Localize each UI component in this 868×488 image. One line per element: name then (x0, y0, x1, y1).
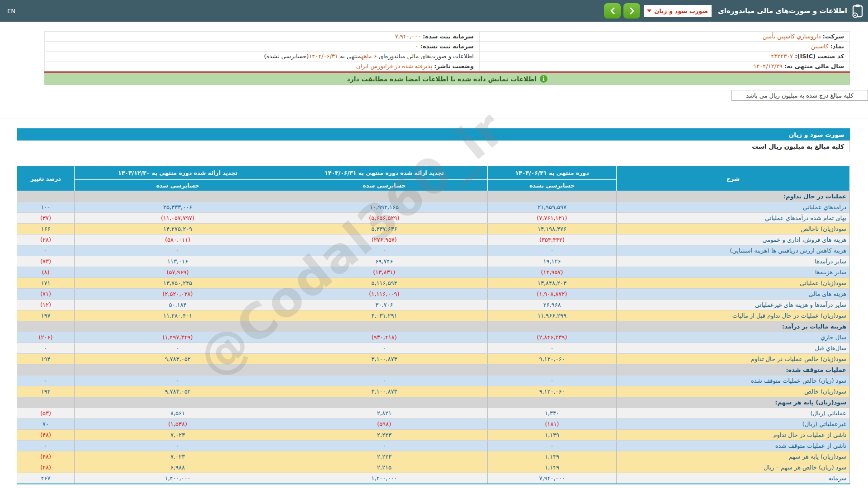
cell-prior-year: (۱۱,۰۵۷,۷۹۷) (75, 213, 281, 224)
clipboard-icon (852, 4, 863, 18)
table-row: سود (زیان) خالص عملیات متوقف شده۰۰۰۰ (17, 375, 850, 386)
row-label: هزینه مالیات بر درآمد: (617, 321, 850, 332)
cell-current: (۳۵۴,۴۴۲) (487, 235, 617, 245)
cell-change-percent: (۵۳) (17, 408, 75, 419)
statement-select-value: صورت سود و زیان (654, 8, 708, 14)
company-info-table: شرکت: داروسازي کاسپین تأمین سرمایه ثبت ش… (44, 31, 850, 71)
period-text-1: اطلاعات و صورت‌های مالی میاندوره‌ای (377, 53, 474, 60)
cell-current: ۱,۱۴۹ (487, 430, 617, 441)
company-value: داروسازي کاسپین تأمین (763, 33, 821, 40)
period-text-2: منتهی به (338, 53, 361, 60)
cell-current: ۲۶,۹۶۸ (487, 300, 617, 310)
cell-prior-mid: (۱۳,۸۳۱) (281, 267, 487, 278)
cell-prior-mid: ۱۰,۹۹۴,۱۶۵ (281, 202, 487, 213)
info-row-fiscal: سال مالی منتهی به: ۱۴۰۴/۱۲/۲۹ وضعیت ناشر… (45, 61, 850, 71)
cell-change-percent: ۰ (17, 245, 75, 256)
table-row: سود(زیان) خالص۹,۱۲۰,۰۶۰۳,۱۰۰,۸۷۳۹,۷۸۳,۰۵… (17, 386, 850, 397)
cell-prior-year: ۱۴,۲۷۵,۲۰۹ (75, 224, 281, 235)
top-bar: اطلاعات و صورت‌های مالی میاندوره‌ای صورت… (0, 0, 868, 22)
cell-change-percent: ۱۹۴ (17, 386, 75, 397)
table-row: ناشي از عملیات متوقف شده۰۰۰۰ (17, 441, 850, 451)
cell-prior-mid: ۰ (281, 245, 487, 256)
prev-statement-button[interactable] (604, 3, 621, 19)
cell-change-percent: ۱۶۶ (17, 224, 75, 235)
header-audit-status-mid: حسابرسی شده (281, 180, 487, 191)
row-label: سود(زیان) پایه هر سهم: (617, 397, 850, 408)
statement-select[interactable]: صورت سود و زیان (644, 5, 712, 17)
row-label: سود(زیان) خالص عملیات در حال تداوم (617, 354, 850, 365)
table-row: درآمدهاي عملیاتي۲۱,۹۵۹,۵۹۷۱۰,۹۹۴,۱۶۵۲۵,۳… (17, 202, 850, 213)
cell-change-percent: (۷۳) (17, 256, 75, 267)
cell-current: ۱,۱۴۹ (487, 451, 617, 462)
cell-prior-mid: (۵,۶۵۶,۵۲۹) (281, 213, 487, 224)
cell-prior-year: (۵۷,۹۶۹) (75, 267, 281, 278)
row-label: ناشي از عملیات در حال تداوم (617, 430, 850, 441)
row-label: هزینه کاهش ارزش دریافتني ها (هزینه استثن… (617, 245, 850, 256)
period-months: ۶ ماهه (361, 53, 377, 60)
info-icon: i (540, 75, 547, 83)
cell-change-percent: (۸) (17, 267, 75, 278)
cell-prior-year: (۲,۵۲۰,۰۲۸) (75, 289, 281, 300)
cell-prior-year: (۵۸۰,۰۱۱) (75, 235, 281, 245)
cell-prior-year: ۵۰,۱۸۴ (75, 300, 281, 310)
cell-prior-year: (۱,۵۳۸) (75, 419, 281, 430)
cell-prior-year (75, 191, 281, 202)
row-label: بهای تمام شده درآمدهاي عملیاتي (617, 213, 850, 224)
cell-prior-mid (281, 321, 487, 332)
row-label: سود(زیان) عملیات در حال تداوم قبل از مال… (617, 310, 850, 321)
symbol-label: نماد: (830, 43, 844, 50)
income-statement-body: عملیات در حال تداوم:درآمدهاي عملیاتي۲۱,۹… (17, 191, 850, 484)
table-row: سایر هزینه‌ها(۱۴,۹۵۷)(۱۳,۸۳۱)(۵۷,۹۶۹)(۸) (17, 267, 850, 278)
income-statement-header: شرح دوره منتهی به ۱۴۰۴/۰۶/۳۱ تجدید ارائه… (17, 166, 850, 191)
cell-prior-mid: ۵,۱۱۶,۵۹۴ (281, 278, 487, 289)
cell-prior-year: ۰ (75, 441, 281, 451)
header-description: شرح (617, 166, 850, 191)
language-en-link[interactable]: EN (7, 8, 15, 14)
cell-change-percent: (۱۲) (17, 300, 75, 310)
cell-prior-mid: ۴,۰۳۱,۲۹۱ (281, 310, 487, 321)
income-statement-wrapper: شرح دوره منتهی به ۱۴۰۴/۰۶/۳۱ تجدید ارائه… (17, 166, 850, 484)
table-row: سود(زیان) خالص عملیات در حال تداوم۹,۱۲۰,… (17, 354, 850, 365)
registered-capital-label: سرمایه ثبت شده: (423, 33, 474, 40)
row-label: سرمایه (617, 473, 850, 484)
cell-prior-year: ۹,۷۸۳,۰۵۲ (75, 386, 281, 397)
row-label: عملیات متوقف شده: (617, 365, 850, 375)
cell-current: ۰ (487, 441, 617, 451)
table-row: هزینه های فروش، اداری و عمومی(۳۵۴,۴۴۲)(۲… (17, 235, 850, 245)
cell-prior-mid (281, 397, 487, 408)
registered-capital-value: ۷,۹۴۰,۰۰۰ (395, 33, 421, 40)
cell-prior-year: ۰ (75, 375, 281, 386)
cell-current: (۲,۸۴۶,۲۳۹) (487, 332, 617, 343)
table-row: سرمایه۷,۹۴۰,۰۰۰۱,۴۰۰,۰۰۰۱,۴۰۰,۰۰۰۴۶۷ (17, 473, 850, 484)
cell-prior-mid: ۳,۱۰۰,۸۷۳ (281, 386, 487, 397)
chevron-left-icon (610, 7, 615, 14)
row-label: عملیات در حال تداوم: (617, 191, 850, 202)
table-row: هزینه کاهش ارزش دریافتني ها (هزینه استثن… (17, 245, 850, 256)
cell-current: ۹,۱۲۰,۰۶۰ (487, 386, 617, 397)
unregistered-capital-label: سرمایه ثبت نشده: (420, 43, 474, 50)
cell-change-percent: ۱۹۷ (17, 310, 75, 321)
row-label: عملیاتي (ریال) (617, 408, 850, 419)
table-row: سود(زیان) عملیاتی۱۳,۸۴۸,۲۰۳۵,۱۱۶,۵۹۴۱۳,۷… (17, 278, 850, 289)
cell-prior-year: ۷,۰۲۳ (75, 430, 281, 441)
section-row: هزینه مالیات بر درآمد: (17, 321, 850, 332)
cell-prior-mid: ۰ (281, 343, 487, 354)
cell-change-percent: ۱۰۰ (17, 202, 75, 213)
next-statement-button[interactable] (623, 3, 640, 19)
cell-current: ۱۳,۸۴۸,۲۰۳ (487, 278, 617, 289)
info-row-symbol: نماد: کاسپین سرمایه ثبت نشده: ۰ (45, 42, 850, 52)
cell-prior-year: ۶,۹۸۸ (75, 462, 281, 473)
cell-prior-year: ۱۱,۲۸۰,۴۰۱ (75, 310, 281, 321)
cell-current (487, 321, 617, 332)
amounts-note-box: کلیه مبالغ درج شده به میلیون ریال می باش… (731, 90, 868, 101)
fiscal-year-value: ۱۴۰۴/۱۲/۲۹ (753, 63, 783, 70)
table-row: سود (زیان) خالص هر سهم – ریال۱,۱۴۹۲,۲۱۵۶… (17, 462, 850, 473)
cell-current: ۰ (487, 343, 617, 354)
cell-prior-year: ۱۳,۷۵۰,۲۴۵ (75, 278, 281, 289)
cell-current: ۹,۱۲۰,۰۶۰ (487, 354, 617, 365)
company-label: شرکت: (823, 33, 844, 40)
cell-current: (۷,۷۶۱,۱۲۱) (487, 213, 617, 224)
table-row: ناشي از عملیات در حال تداوم۱,۱۴۹۲,۲۲۳۷,۰… (17, 430, 850, 441)
chevron-right-icon (629, 7, 635, 14)
cell-current (487, 397, 617, 408)
